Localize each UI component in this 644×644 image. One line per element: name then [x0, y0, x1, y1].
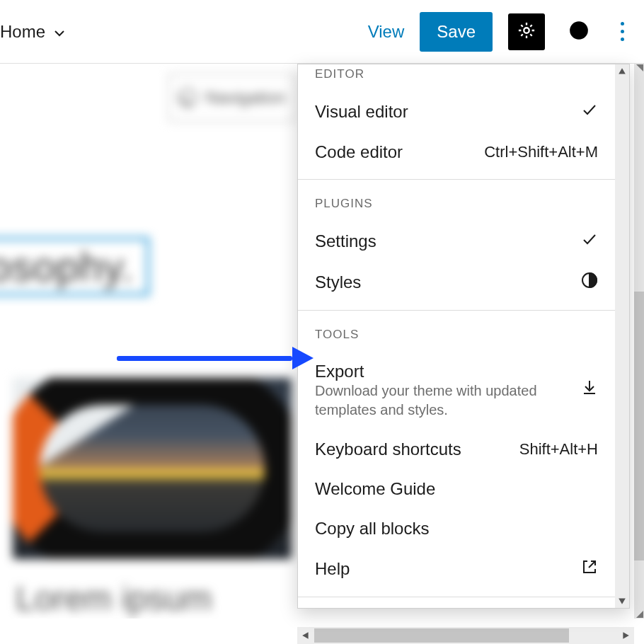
- menu-item-label: Settings: [315, 231, 573, 251]
- menu-item-visual-editor[interactable]: Visual editor: [298, 91, 615, 132]
- check-icon: [581, 231, 598, 252]
- home-label: Home: [0, 22, 45, 42]
- menu-item-settings[interactable]: Settings: [298, 221, 615, 262]
- save-button[interactable]: Save: [420, 12, 493, 52]
- check-icon: [581, 101, 598, 122]
- navigation-block-label: Navigation: [205, 88, 285, 108]
- outer-vertical-scrollbar[interactable]: [634, 64, 644, 619]
- menu-item-keyboard-shortcuts[interactable]: Keyboard shortcuts Shift+Alt+H: [298, 430, 615, 469]
- section-label-tools: TOOLS: [298, 315, 615, 352]
- home-button[interactable]: Home: [0, 22, 74, 42]
- menu-item-help[interactable]: Help: [298, 548, 615, 590]
- keyboard-shortcut: Shift+Alt+H: [519, 440, 598, 459]
- menu-item-label: Welcome Guide: [315, 479, 598, 499]
- popover-vertical-scrollbar[interactable]: [615, 64, 629, 608]
- section-label-plugins: PLUGINS: [298, 184, 615, 221]
- options-menu-button[interactable]: [613, 22, 631, 41]
- scroll-left-button[interactable]: [297, 627, 314, 644]
- hero-heading[interactable]: hilosophy.: [0, 237, 149, 296]
- menu-item-label: Keyboard shortcuts: [315, 439, 511, 459]
- scrollbar-thumb[interactable]: [314, 628, 569, 643]
- download-icon: [581, 379, 598, 400]
- settings-button[interactable]: [508, 13, 545, 50]
- menu-item-label: Copy all blocks: [315, 519, 598, 539]
- menu-item-description: Download your theme with updated templat…: [315, 381, 573, 420]
- resize-corner-icon: [634, 64, 644, 74]
- menu-item-styles[interactable]: Styles: [298, 262, 615, 303]
- menu-divider: [298, 310, 615, 311]
- menu-item-label: Help: [315, 559, 573, 579]
- kebab-dot: [621, 30, 624, 33]
- gear-icon: [517, 21, 536, 43]
- menu-item-copy-all-blocks[interactable]: Copy all blocks: [298, 509, 615, 548]
- resize-corner-icon: [634, 609, 644, 619]
- view-link[interactable]: View: [368, 22, 405, 42]
- menu-divider: [298, 179, 615, 180]
- kebab-dot: [621, 22, 624, 25]
- navigation-block[interactable]: Navigation: [168, 74, 296, 122]
- section-label-editor: EDITOR: [298, 64, 615, 91]
- menu-item-code-editor[interactable]: Code editor Ctrl+Shift+Alt+M: [298, 132, 615, 172]
- image-placeholder-frame: [13, 378, 292, 559]
- menu-item-export[interactable]: Export Download your theme with updated …: [298, 352, 615, 430]
- image-block[interactable]: [13, 378, 292, 559]
- svg-marker-6: [623, 632, 628, 639]
- menu-divider: [298, 597, 615, 597]
- keyboard-shortcut: Ctrl+Shift+Alt+M: [484, 143, 598, 161]
- scrollbar-track[interactable]: [314, 627, 617, 644]
- menu-item-label: Export: [315, 362, 573, 381]
- svg-marker-2: [619, 68, 626, 74]
- scroll-right-button[interactable]: [617, 627, 634, 644]
- options-popover: EDITOR Visual editor Code editor Ctrl+Sh…: [297, 64, 630, 609]
- top-toolbar: Home View Save: [0, 0, 644, 64]
- menu-item-preferences[interactable]: Preferences: [298, 602, 615, 608]
- external-link-icon: [581, 558, 598, 580]
- horizontal-scrollbar[interactable]: [297, 627, 634, 644]
- scroll-up-button[interactable]: [615, 64, 629, 79]
- menu-item-label: Visual editor: [315, 102, 573, 122]
- compass-icon: [178, 88, 197, 107]
- kebab-dot: [621, 38, 624, 41]
- svg-marker-5: [302, 632, 308, 639]
- styles-button[interactable]: [560, 13, 597, 50]
- paragraph-block[interactable]: Lorem ipsum: [16, 579, 212, 618]
- contrast-icon: [581, 272, 598, 293]
- menu-item-label: Styles: [315, 272, 573, 292]
- svg-point-0: [524, 28, 529, 33]
- toolbar-left: Home: [0, 22, 74, 42]
- popover-content: EDITOR Visual editor Code editor Ctrl+Sh…: [298, 64, 615, 608]
- svg-marker-3: [619, 598, 626, 604]
- menu-item-label: Code editor: [315, 142, 476, 162]
- chevron-down-icon: [52, 25, 67, 39]
- scroll-down-button[interactable]: [615, 594, 629, 608]
- contrast-icon: [569, 21, 589, 43]
- scrollbar-thumb[interactable]: [634, 292, 644, 560]
- toolbar-right: View Save: [368, 12, 631, 52]
- menu-item-welcome-guide[interactable]: Welcome Guide: [298, 469, 615, 509]
